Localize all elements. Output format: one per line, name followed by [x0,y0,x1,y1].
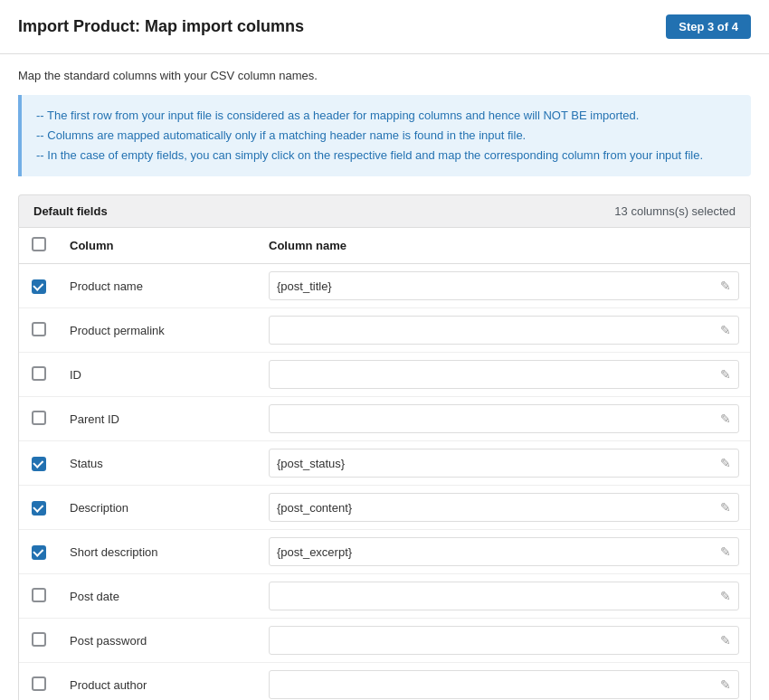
table-row: ID✎ [19,353,750,397]
column-label-parent-id: Parent ID [59,397,258,441]
header-column-label: Column [59,228,258,264]
table-row: Product name{post_title}✎ [19,264,750,308]
checkbox-status[interactable] [32,457,46,471]
column-input-post-date[interactable]: ✎ [269,582,739,610]
table-row: Post password✎ [19,619,750,663]
info-message-3: -- In the case of empty fields, you can … [36,146,736,166]
column-value-cell-product-name: {post_title}✎ [258,264,750,308]
table-header-row: Column Column name [19,228,750,264]
columns-table: Column Column name Product name{post_tit… [19,228,750,700]
checkbox-cell-description [19,486,59,530]
edit-icon-post-date[interactable]: ✎ [720,589,731,603]
checkbox-cell-product-author [19,663,59,700]
page-title: Import Product: Map import columns [18,17,304,36]
info-message-2: -- Columns are mapped automatically only… [36,126,736,146]
column-value-cell-post-date: ✎ [258,574,750,619]
column-input-id[interactable]: ✎ [269,360,739,389]
column-label-product-permalink: Product permalink [59,308,258,353]
column-input-product-name[interactable]: {post_title}✎ [269,271,739,300]
table-row: Status{post_status}✎ [19,441,750,486]
header-checkbox-col [19,228,59,264]
column-input-status[interactable]: {post_status}✎ [269,449,739,478]
checkbox-cell-product-permalink [19,308,59,353]
checkbox-id[interactable] [32,366,46,381]
header-column-name-label: Column name [258,228,750,264]
edit-icon-product-author[interactable]: ✎ [720,677,731,692]
column-input-short-description[interactable]: {post_excerpt}✎ [269,537,739,566]
column-value-cell-short-description: {post_excerpt}✎ [258,530,750,574]
checkbox-product-name[interactable] [32,279,46,294]
column-input-product-author[interactable]: ✎ [269,670,739,699]
checkbox-cell-short-description [19,530,59,574]
column-input-product-permalink[interactable]: ✎ [269,316,739,345]
edit-icon-product-permalink[interactable]: ✎ [720,323,731,337]
table-row: Post date✎ [19,574,750,619]
page-header: Import Product: Map import columns Step … [0,0,769,54]
column-value-cell-parent-id: ✎ [258,397,750,441]
column-value-cell-post-password: ✎ [258,619,750,663]
checkbox-description[interactable] [32,501,46,516]
edit-icon-product-name[interactable]: ✎ [720,279,731,293]
checkbox-post-date[interactable] [32,588,46,602]
select-all-checkbox[interactable] [32,237,46,251]
page-body: Map the standard columns with your CSV c… [0,54,769,700]
step-badge: Step 3 of 4 [666,14,751,39]
column-label-product-author: Product author [59,663,258,700]
columns-selected-count: 13 columns(s) selected [614,204,736,218]
table-row: Short description{post_excerpt}✎ [19,530,750,574]
info-box: -- The first row from your input file is… [18,95,751,176]
column-value-cell-status: {post_status}✎ [258,441,750,486]
column-value-cell-description: {post_content}✎ [258,486,750,530]
checkbox-parent-id[interactable] [32,411,46,425]
column-label-post-date: Post date [59,574,258,619]
checkbox-product-author[interactable] [32,676,46,691]
column-label-product-name: Product name [59,264,258,308]
table-row: Product author✎ [19,663,750,700]
checkbox-cell-post-date [19,574,59,619]
edit-icon-post-password[interactable]: ✎ [720,633,731,648]
column-input-post-password[interactable]: ✎ [269,626,739,655]
column-value-cell-product-author: ✎ [258,663,750,700]
checkbox-cell-id [19,353,59,397]
checkbox-cell-status [19,441,59,486]
section-header: Default fields 13 columns(s) selected [18,194,751,227]
subtitle: Map the standard columns with your CSV c… [18,69,751,82]
column-label-post-password: Post password [59,619,258,663]
checkbox-post-password[interactable] [32,632,46,647]
table-body: Product name{post_title}✎Product permali… [19,264,750,700]
edit-icon-description[interactable]: ✎ [720,500,731,515]
section-title: Default fields [33,204,108,218]
column-input-text-product-name: {post_title} [277,279,715,293]
checkbox-cell-post-password [19,619,59,663]
column-input-description[interactable]: {post_content}✎ [269,493,739,522]
checkbox-product-permalink[interactable] [32,322,46,336]
table-row: Product permalink✎ [19,308,750,353]
edit-icon-status[interactable]: ✎ [720,456,731,470]
column-value-cell-product-permalink: ✎ [258,308,750,353]
column-label-description: Description [59,486,258,530]
columns-table-container: Column Column name Product name{post_tit… [18,227,751,700]
column-value-cell-id: ✎ [258,353,750,397]
checkbox-cell-product-name [19,264,59,308]
checkbox-cell-parent-id [19,397,59,441]
column-label-id: ID [59,353,258,397]
column-label-short-description: Short description [59,530,258,574]
column-input-text-short-description: {post_excerpt} [277,545,715,559]
info-message-1: -- The first row from your input file is… [36,106,736,126]
edit-icon-short-description[interactable]: ✎ [720,544,731,559]
table-row: Parent ID✎ [19,397,750,441]
table-row: Description{post_content}✎ [19,486,750,530]
edit-icon-id[interactable]: ✎ [720,367,731,382]
column-input-text-status: {post_status} [277,457,715,470]
column-input-parent-id[interactable]: ✎ [269,404,739,433]
checkbox-short-description[interactable] [32,545,46,560]
column-input-text-description: {post_content} [277,501,715,515]
column-label-status: Status [59,441,258,486]
edit-icon-parent-id[interactable]: ✎ [720,411,731,426]
